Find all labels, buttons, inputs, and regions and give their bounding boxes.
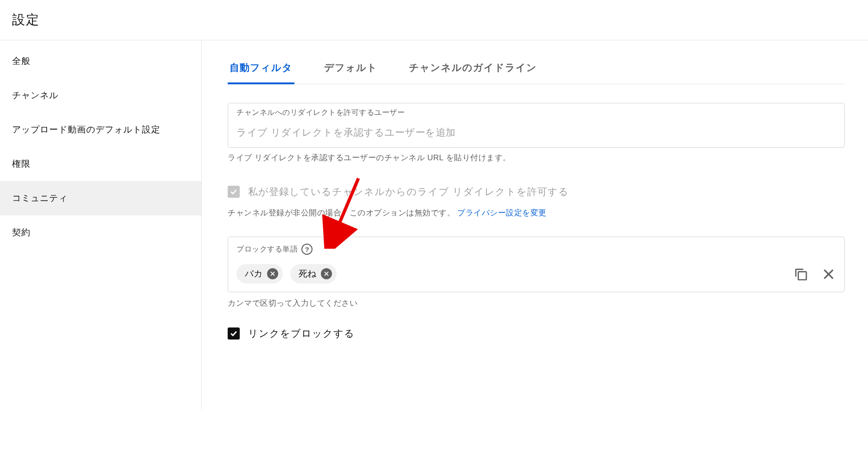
sidebar-item-general[interactable]: 全般	[0, 44, 201, 78]
sidebar-item-permissions[interactable]: 権限	[0, 147, 201, 181]
tab-default[interactable]: デフォルト	[322, 55, 379, 84]
blocked-words-field[interactable]: ブロックする単語 ? バカ 死ね	[228, 237, 845, 292]
sidebar-item-contract[interactable]: 契約	[0, 215, 201, 250]
block-links-checkbox[interactable]	[228, 327, 240, 340]
blocked-words-label: ブロックする単語	[236, 245, 298, 254]
blocked-words-header: ブロックする単語 ?	[236, 244, 836, 255]
close-icon	[821, 267, 836, 282]
tabs: 自動フィルタ デフォルト チャンネルのガイドライン	[228, 54, 845, 84]
check-icon	[229, 187, 238, 196]
sidebar-item-channel[interactable]: チャンネル	[0, 78, 201, 113]
chip-word-1: バカ	[236, 264, 283, 283]
redirect-users-placeholder: ライブ リダイレクトを承認するユーザーを追加	[236, 126, 836, 139]
tab-guidelines[interactable]: チャンネルのガイドライン	[407, 55, 539, 84]
check-icon	[229, 329, 238, 338]
chip-label: 死ね	[299, 268, 316, 280]
page-header: 設定	[0, 0, 868, 40]
close-icon	[323, 271, 330, 277]
allow-redirect-row: 私が登録しているチャンネルからのライブ リダイレクトを許可する	[228, 185, 845, 198]
redirect-users-help: ライブ リダイレクトを承認するユーザーのチャンネル URL を貼り付けます。	[228, 152, 845, 163]
copy-icon	[793, 267, 808, 282]
redirect-users-label: チャンネルへのリダイレクトを許可するユーザー	[236, 108, 836, 118]
page-title: 設定	[12, 11, 856, 29]
chip-remove-button[interactable]	[321, 268, 332, 279]
chip-label: バカ	[245, 268, 262, 280]
sidebar-item-upload-defaults[interactable]: アップロード動画のデフォルト設定	[0, 113, 201, 147]
blocked-words-help: カンマで区切って入力してください	[228, 298, 845, 308]
chip-remove-button[interactable]	[267, 268, 278, 279]
block-links-row: リンクをブロックする	[228, 327, 845, 340]
chip-word-2: 死ね	[290, 264, 337, 283]
allow-redirect-checkbox	[228, 186, 240, 198]
allow-redirect-label: 私が登録しているチャンネルからのライブ リダイレクトを許可する	[248, 185, 569, 198]
help-icon[interactable]: ?	[301, 244, 313, 255]
layout: 全般 チャンネル アップロード動画のデフォルト設定 権限 コミュニティ 契約 自…	[0, 40, 868, 411]
privacy-settings-link[interactable]: プライバシー設定を変更	[457, 208, 547, 217]
copy-button[interactable]	[793, 267, 808, 283]
tab-auto-filter[interactable]: 自動フィルタ	[228, 55, 294, 84]
sidebar: 全般 チャンネル アップロード動画のデフォルト設定 権限 コミュニティ 契約	[0, 40, 202, 411]
blocked-words-chips: バカ 死ね	[236, 264, 836, 283]
sidebar-item-community[interactable]: コミュニティ	[0, 181, 201, 215]
close-icon	[269, 271, 276, 277]
redirect-users-field[interactable]: チャンネルへのリダイレクトを許可するユーザー ライブ リダイレクトを承認するユー…	[228, 103, 845, 148]
main-content: 自動フィルタ デフォルト チャンネルのガイドライン チャンネルへのリダイレクトを…	[202, 40, 868, 411]
clear-button[interactable]	[821, 267, 836, 283]
blocked-words-actions	[793, 267, 836, 283]
block-links-label: リンクをブロックする	[248, 327, 355, 340]
allow-redirect-help: チャンネル登録が非公開の場合、このオプションは無効です。 プライバシー設定を変更	[228, 208, 845, 218]
svg-rect-4	[798, 272, 806, 280]
